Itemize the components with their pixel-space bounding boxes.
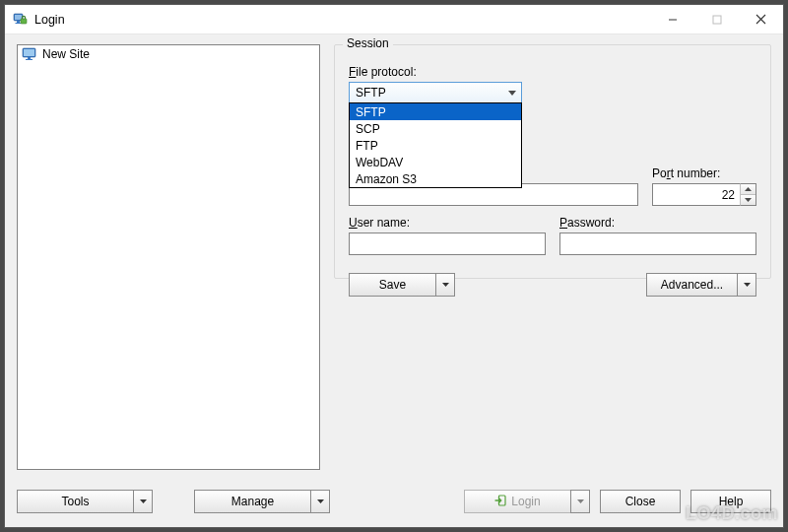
login-split-button[interactable]: Login (464, 490, 590, 513)
protocol-option-scp[interactable]: SCP (350, 120, 521, 137)
svg-marker-17 (744, 283, 751, 287)
login-dialog: Login (4, 4, 784, 528)
spinner-up-icon[interactable] (741, 184, 755, 194)
protocol-option-webdav[interactable]: WebDAV (350, 154, 521, 170)
svg-marker-16 (442, 283, 449, 287)
maximize-button (694, 5, 739, 33)
protocol-option-ftp[interactable]: FTP (350, 137, 521, 154)
session-legend: Session (343, 36, 393, 50)
chevron-down-icon[interactable] (503, 83, 521, 102)
svg-rect-2 (17, 21, 20, 23)
port-number-spinner[interactable] (740, 183, 756, 206)
window-title: Login (34, 13, 65, 27)
file-protocol-label: File protocol: (349, 65, 756, 79)
svg-marker-19 (317, 499, 324, 503)
close-button[interactable] (739, 5, 783, 33)
minimize-button[interactable] (650, 5, 694, 33)
tools-split-button[interactable]: Tools (17, 490, 153, 513)
svg-rect-3 (16, 23, 22, 24)
password-label: Password: (559, 216, 756, 230)
session-panel: Session File protocol: SFTP (334, 44, 771, 470)
svg-rect-6 (713, 16, 721, 24)
save-split-button[interactable]: Save (349, 273, 455, 297)
advanced-dropdown-toggle[interactable] (737, 273, 756, 297)
password-input[interactable] (559, 233, 756, 255)
svg-rect-4 (21, 19, 27, 24)
site-list[interactable]: New Site (17, 44, 320, 470)
client-area: New Site Session File protocol: SFTP (5, 34, 783, 527)
login-button: Login (464, 490, 570, 513)
svg-marker-14 (745, 187, 752, 191)
titlebar: Login (5, 5, 783, 34)
manage-split-button[interactable]: Manage (194, 490, 330, 513)
file-protocol-combo[interactable]: SFTP SFTP SCP FTP WebDAV (349, 82, 522, 103)
save-button[interactable]: Save (349, 273, 435, 297)
advanced-button[interactable]: Advanced... (646, 273, 737, 297)
tools-button[interactable]: Tools (17, 490, 133, 513)
svg-rect-10 (24, 49, 34, 56)
app-icon (13, 12, 29, 28)
port-number-input[interactable] (652, 183, 740, 206)
svg-rect-11 (28, 57, 31, 59)
protocol-option-sftp[interactable]: SFTP (350, 103, 521, 120)
port-number-label: Port number: (652, 166, 756, 180)
file-protocol-dropdown[interactable]: SFTP SCP FTP WebDAV Amazon S3 (349, 102, 522, 188)
site-list-item[interactable]: New Site (18, 45, 319, 63)
svg-marker-15 (745, 198, 752, 202)
user-name-input[interactable] (349, 233, 546, 255)
manage-dropdown-toggle[interactable] (310, 490, 330, 513)
manage-button[interactable]: Manage (194, 490, 310, 513)
protocol-option-s3[interactable]: Amazon S3 (350, 170, 521, 187)
login-dropdown-toggle[interactable] (570, 490, 590, 513)
spinner-down-icon[interactable] (741, 194, 755, 205)
user-name-label: User name: (349, 216, 546, 230)
help-button[interactable]: Help (690, 490, 771, 513)
svg-marker-13 (508, 91, 516, 96)
tools-dropdown-toggle[interactable] (133, 490, 153, 513)
advanced-split-button[interactable]: Advanced... (646, 273, 756, 297)
svg-marker-21 (577, 499, 584, 503)
save-dropdown-toggle[interactable] (435, 273, 455, 297)
file-protocol-value[interactable]: SFTP (349, 82, 522, 103)
session-groupbox: Session File protocol: SFTP (334, 44, 771, 279)
login-icon (494, 495, 506, 509)
close-button-footer[interactable]: Close (600, 490, 681, 513)
monitor-icon (22, 47, 37, 61)
svg-rect-12 (26, 59, 33, 60)
site-item-label: New Site (42, 47, 90, 61)
svg-marker-18 (140, 499, 147, 503)
